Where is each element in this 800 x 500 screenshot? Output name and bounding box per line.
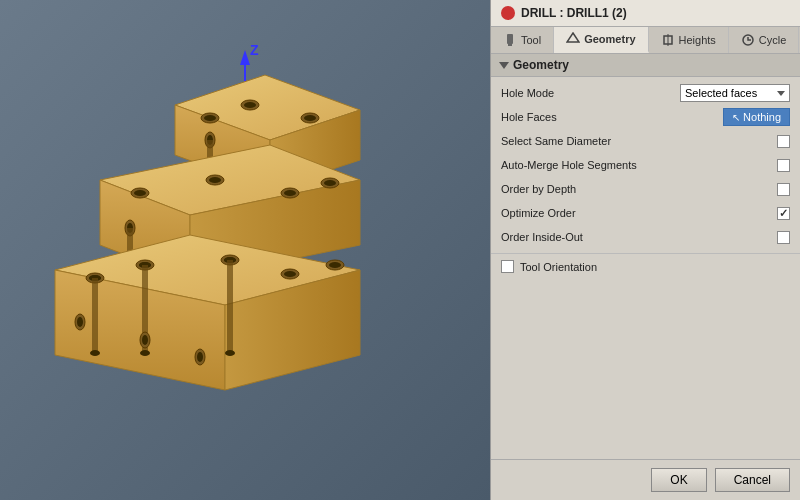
hole-mode-dropdown[interactable]: Selected faces (680, 84, 790, 102)
cycle-icon (741, 33, 755, 47)
panel-footer: OK Cancel (491, 459, 800, 500)
order-by-depth-label: Order by Depth (501, 183, 777, 195)
optimize-order-label: Optimize Order (501, 207, 777, 219)
nothing-button[interactable]: ↖ Nothing (723, 108, 790, 126)
svg-marker-67 (567, 33, 579, 42)
tool-orientation-row: Tool Orientation (491, 253, 800, 279)
svg-point-17 (304, 115, 316, 121)
geometry-section-header: Geometry (491, 54, 800, 77)
order-inside-out-control (777, 231, 790, 244)
svg-point-28 (209, 177, 221, 183)
select-same-diameter-label: Select Same Diameter (501, 135, 777, 147)
panel-content: Geometry Hole Mode Selected faces Hole F… (491, 54, 800, 459)
order-inside-out-label: Order Inside-Out (501, 231, 777, 243)
order-by-depth-checkbox[interactable] (777, 183, 790, 196)
hole-mode-label: Hole Mode (501, 87, 680, 99)
hole-mode-control: Selected faces (680, 84, 790, 102)
svg-point-64 (197, 352, 203, 362)
svg-rect-65 (507, 34, 513, 44)
svg-point-62 (142, 335, 148, 345)
order-by-depth-row: Order by Depth (491, 177, 800, 201)
tab-heights[interactable]: Heights (649, 27, 729, 53)
hole-mode-row: Hole Mode Selected faces (491, 81, 800, 105)
tool-orientation-checkbox[interactable] (501, 260, 514, 273)
select-same-diameter-checkbox[interactable] (777, 135, 790, 148)
optimize-order-control: ✓ (777, 207, 790, 220)
tab-geometry[interactable]: Geometry (554, 27, 648, 53)
optimize-order-row: Optimize Order ✓ (491, 201, 800, 225)
select-same-diameter-row: Select Same Diameter (491, 129, 800, 153)
svg-point-58 (225, 350, 235, 356)
svg-rect-51 (92, 278, 98, 353)
optimize-order-checkbox[interactable]: ✓ (777, 207, 790, 220)
auto-merge-row: Auto-Merge Hole Segments (491, 153, 800, 177)
hole-faces-label: Hole Faces (501, 111, 723, 123)
svg-point-32 (324, 180, 336, 186)
tab-bar: Tool Geometry Heights Cycle (491, 27, 800, 54)
tab-tool[interactable]: Tool (491, 27, 554, 53)
svg-point-49 (329, 262, 341, 268)
ok-button[interactable]: OK (651, 468, 706, 492)
order-inside-out-checkbox[interactable] (777, 231, 790, 244)
tool-orientation-label: Tool Orientation (520, 261, 790, 273)
heights-icon (661, 33, 675, 47)
svg-rect-57 (227, 260, 233, 353)
svg-text:Z: Z (250, 42, 259, 58)
tool-icon (503, 33, 517, 47)
svg-point-47 (284, 271, 296, 277)
order-inside-out-row: Order Inside-Out (491, 225, 800, 249)
dropdown-arrow-icon (777, 91, 785, 96)
properties-panel: DRILL : DRILL1 (2) Tool Geometry Heights (490, 0, 800, 500)
hole-faces-row: Hole Faces ↖ Nothing (491, 105, 800, 129)
order-by-depth-control (777, 183, 790, 196)
cursor-icon: ↖ (732, 112, 740, 123)
title-bar: DRILL : DRILL1 (2) (491, 0, 800, 27)
select-same-diameter-control (777, 135, 790, 148)
svg-point-30 (284, 190, 296, 196)
tab-cycle[interactable]: Cycle (729, 27, 800, 53)
svg-point-60 (77, 317, 83, 327)
svg-point-55 (140, 350, 150, 356)
auto-merge-label: Auto-Merge Hole Segments (501, 159, 777, 171)
geometry-form: Hole Mode Selected faces Hole Faces ↖ No… (491, 77, 800, 253)
svg-point-13 (204, 115, 216, 121)
auto-merge-control (777, 159, 790, 172)
svg-point-52 (90, 350, 100, 356)
auto-merge-checkbox[interactable] (777, 159, 790, 172)
cancel-button[interactable]: Cancel (715, 468, 790, 492)
3d-viewport[interactable]: Z Y (0, 0, 490, 500)
section-collapse-icon[interactable] (499, 62, 509, 69)
drill-status-icon (501, 6, 515, 20)
svg-point-15 (244, 102, 256, 108)
geometry-icon (566, 32, 580, 46)
panel-title: DRILL : DRILL1 (2) (521, 6, 627, 20)
hole-faces-control: ↖ Nothing (723, 108, 790, 126)
svg-rect-66 (508, 44, 512, 46)
svg-point-26 (134, 190, 146, 196)
